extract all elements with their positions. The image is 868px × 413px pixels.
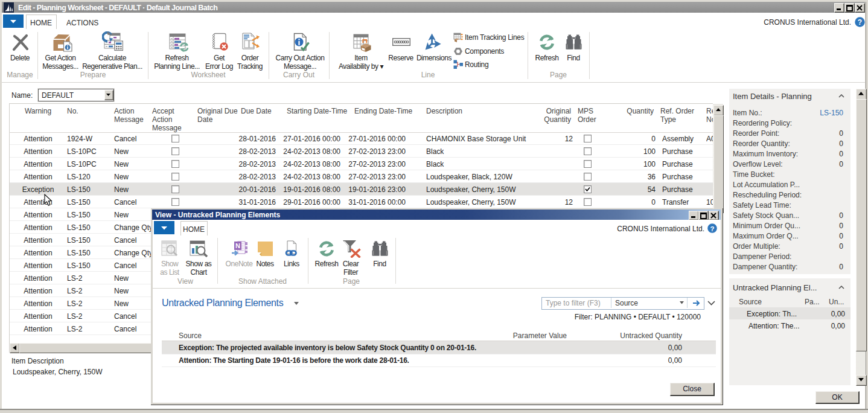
svg-text:N: N bbox=[235, 242, 240, 249]
svg-text:?: ? bbox=[710, 225, 714, 232]
svg-text:?: ? bbox=[858, 18, 862, 27]
